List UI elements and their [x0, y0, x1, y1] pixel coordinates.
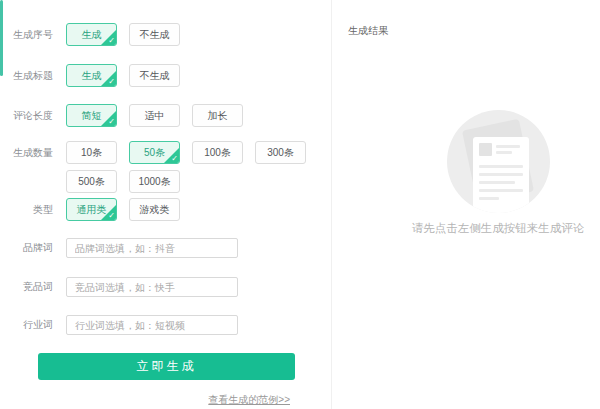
- form-row-quantity: 生成数量 10条 50条 ✓ 100条 300条 500条: [0, 141, 318, 193]
- option-500[interactable]: 500条: [66, 170, 117, 193]
- option-300[interactable]: 300条: [255, 141, 306, 164]
- check-icon: ✓: [101, 71, 116, 86]
- form-row-label: 生成序号: [0, 23, 53, 46]
- document-front-sheet: [473, 137, 529, 213]
- form-row-label: 评论长度: [0, 104, 53, 127]
- option-general[interactable]: 通用类 ✓: [66, 198, 117, 221]
- option-long[interactable]: 加长: [192, 104, 243, 127]
- competitor-word-label: 竞品词: [0, 277, 53, 297]
- form-row-label: 生成数量: [0, 141, 53, 164]
- form-row-label: 生成标题: [0, 64, 53, 87]
- empty-document-icon: [447, 110, 550, 213]
- comment-generator-app: 生成序号 生成 ✓ 不生成 生成标题 生成 ✓ 不生成: [0, 0, 600, 409]
- option-group-length: 简短 ✓ 适中 加长: [66, 104, 255, 127]
- brand-word-row: 品牌词: [0, 238, 238, 258]
- view-examples-link[interactable]: 查看生成的范例>>: [0, 393, 290, 407]
- form-row-type: 类型 通用类 ✓ 游戏类: [0, 198, 192, 221]
- option-group-serial: 生成 ✓ 不生成: [66, 23, 192, 46]
- form-row-length: 评论长度 简短 ✓ 适中 加长: [0, 104, 255, 127]
- document-avatar-block: [479, 143, 492, 156]
- empty-state: 请先点击左侧生成按钮来生成评论: [398, 110, 598, 236]
- option-label: 100条: [204, 146, 231, 160]
- result-title: 生成结果: [348, 24, 388, 38]
- industry-word-input[interactable]: [66, 315, 238, 335]
- option-group-type: 通用类 ✓ 游戏类: [66, 198, 192, 221]
- industry-word-label: 行业词: [0, 315, 53, 335]
- option-generate[interactable]: 生成 ✓: [66, 64, 117, 87]
- option-label: 10条: [81, 146, 102, 160]
- competitor-word-input[interactable]: [66, 277, 238, 297]
- option-no-generate[interactable]: 不生成: [129, 23, 180, 46]
- brand-word-label: 品牌词: [0, 238, 53, 258]
- check-icon: ✓: [101, 30, 116, 45]
- option-label: 适中: [145, 109, 165, 123]
- option-label: 游戏类: [140, 203, 170, 217]
- form-row-label: 类型: [0, 198, 53, 221]
- option-50[interactable]: 50条 ✓: [129, 141, 180, 164]
- option-label: 1000条: [138, 175, 170, 189]
- option-medium[interactable]: 适中: [129, 104, 180, 127]
- option-group-title: 生成 ✓ 不生成: [66, 64, 192, 87]
- option-label: 500条: [78, 175, 105, 189]
- empty-hint-text: 请先点击左侧生成按钮来生成评论: [412, 221, 585, 236]
- option-generate[interactable]: 生成 ✓: [66, 23, 117, 46]
- option-label: 生成: [82, 69, 102, 83]
- option-label: 不生成: [140, 28, 170, 42]
- brand-word-input[interactable]: [66, 238, 238, 258]
- check-icon: ✓: [164, 148, 179, 163]
- option-label: 生成: [82, 28, 102, 42]
- result-panel: 生成结果 请先点击左侧生成按钮来生成评论: [331, 0, 600, 409]
- form-row-serial: 生成序号 生成 ✓ 不生成: [0, 23, 192, 46]
- option-label: 300条: [267, 146, 294, 160]
- check-icon: ✓: [101, 111, 116, 126]
- option-1000[interactable]: 1000条: [129, 170, 180, 193]
- form-row-title: 生成标题 生成 ✓ 不生成: [0, 64, 192, 87]
- option-label: 简短: [82, 109, 102, 123]
- option-group-quantity: 10条 50条 ✓ 100条 300条 500条 1000条: [66, 141, 318, 193]
- check-icon: ✓: [101, 205, 116, 220]
- generate-button[interactable]: 立即生成: [38, 353, 295, 380]
- option-no-generate[interactable]: 不生成: [129, 64, 180, 87]
- industry-word-row: 行业词: [0, 315, 238, 335]
- option-short[interactable]: 简短 ✓: [66, 104, 117, 127]
- option-10[interactable]: 10条: [66, 141, 117, 164]
- competitor-word-row: 竞品词: [0, 277, 238, 297]
- option-100[interactable]: 100条: [192, 141, 243, 164]
- option-label: 加长: [208, 109, 228, 123]
- form-panel: 生成序号 生成 ✓ 不生成 生成标题 生成 ✓ 不生成: [0, 0, 331, 409]
- option-label: 50条: [144, 146, 165, 160]
- option-game[interactable]: 游戏类: [129, 198, 180, 221]
- option-label: 不生成: [140, 69, 170, 83]
